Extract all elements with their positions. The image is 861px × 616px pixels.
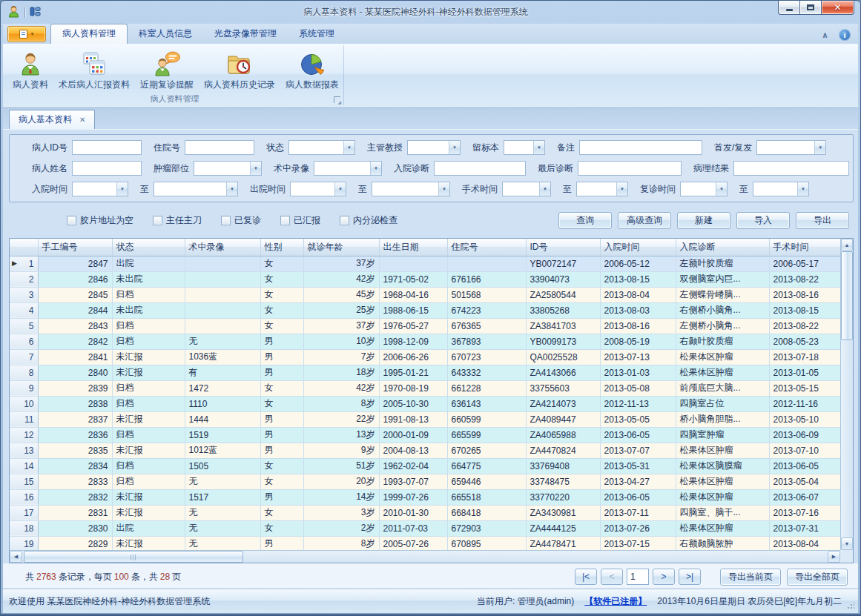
ribbon-tab-科室人员信息[interactable]: 科室人员信息 [128,24,203,44]
filter-combo-至[interactable]: ▼ [753,182,809,196]
filter-combo-主管教授[interactable]: ▼ [407,140,461,155]
dropdown-arrow-icon[interactable]: ▼ [539,182,550,196]
export-current-page-button[interactable]: 导出当前页 [720,569,781,586]
column-header-性别[interactable]: 性别 [260,239,303,256]
table-row[interactable]: 112837未汇报1444男22岁1991-08-13660599ZA40894… [10,411,840,427]
first-page-button[interactable]: |< [575,569,597,585]
dropdown-arrow-icon[interactable]: ▼ [116,182,128,196]
ribbon-tab-系统管理[interactable]: 系统管理 [288,24,346,44]
ribbon-button-术后病人汇报资料[interactable]: 术后病人汇报资料 [53,48,135,93]
table-row[interactable]: 62842归档无男10岁1998-12-09367893YB0099173200… [10,334,840,349]
checkbox-box-icon[interactable] [221,216,231,225]
filter-combo-至[interactable]: ▼ [154,182,238,196]
button-新建[interactable]: 新建 [677,212,730,229]
table-row[interactable]: ▶12847出院女37岁YB00721472006-05-12左额叶胶质瘤200… [10,256,840,271]
filter-combo-入院时间[interactable]: ▼ [72,182,128,196]
checkbox-已复诊[interactable]: 已复诊 [221,214,261,227]
tab-close-icon[interactable]: ✕ [79,116,85,124]
table-row[interactable]: 22846未出院女42岁1971-05-02676166339040732013… [10,271,840,287]
dropdown-arrow-icon[interactable]: ▼ [814,141,825,154]
checkbox-box-icon[interactable] [67,216,76,225]
table-row[interactable]: 182830出院无女2岁2011-07-03672903ZA4444125201… [10,520,840,536]
maximize-button[interactable] [799,1,821,15]
checkbox-胶片地址为空[interactable]: 胶片地址为空 [67,214,133,227]
scroll-down-icon[interactable]: ▼ [841,537,853,550]
application-menu-button[interactable]: ▼ [7,26,46,42]
dropdown-arrow-icon[interactable]: ▼ [616,182,627,196]
tab-patient-basic-data[interactable]: 病人基本资料 ✕ [9,110,95,129]
table-row[interactable]: 122836归档1519男13岁2000-01-09665599ZA406598… [10,427,840,443]
table-row[interactable]: 72841未汇报1036蓝男7岁2006-06-26670723QA002552… [10,349,840,365]
filter-combo-首发/复发[interactable]: ▼ [756,140,826,155]
dialog-launcher-icon[interactable] [334,96,340,103]
dropdown-arrow-icon[interactable]: ▼ [250,162,261,175]
filter-input-入院诊断[interactable] [434,161,526,176]
ribbon-button-病人资料[interactable]: 病人资料 [7,48,53,93]
filter-combo-留标本[interactable]: ▼ [504,140,545,155]
ribbon-button-近期复诊提醒[interactable]: 近期复诊提醒 [135,48,199,93]
column-header-就诊年龄[interactable]: 就诊年龄 [303,239,379,256]
column-header-入院诊断[interactable]: 入院诊断 [676,239,769,256]
table-row[interactable]: 192829未汇报无男8岁2005-07-26670895ZA447847120… [10,536,840,550]
info-icon[interactable]: i [839,29,851,41]
filter-input-最后诊断[interactable] [578,161,682,176]
filter-combo-状态[interactable]: ▼ [288,140,355,155]
app-logo-icon[interactable] [7,5,20,20]
minimize-button[interactable] [778,1,799,15]
layout-icon[interactable] [30,6,41,19]
dropdown-arrow-icon[interactable]: ▼ [226,182,237,196]
filter-input-备注[interactable] [579,140,702,155]
filter-input-病人姓名[interactable] [72,161,142,176]
table-row[interactable]: 92839归档1472女42岁1970-08-19661228337556032… [10,380,840,396]
ribbon-tab-光盘录像带管理[interactable]: 光盘录像带管理 [203,24,288,44]
filter-input-住院号[interactable] [185,140,254,155]
scroll-left-icon[interactable]: ◀ [10,551,22,563]
checkbox-box-icon[interactable] [280,216,290,225]
table-row[interactable]: 102838归档1110女8岁2005-10-30636143ZA4214073… [10,396,840,411]
filter-combo-至[interactable]: ▼ [576,182,628,196]
column-header-手工编号[interactable]: 手工编号 [38,239,112,256]
vertical-scrollbar[interactable]: ▲ ▼ [840,239,853,550]
filter-combo-至[interactable]: ▼ [372,182,450,196]
filter-input-病理结果[interactable] [733,161,849,176]
filter-combo-术中录像[interactable]: ▼ [314,161,382,176]
table-row[interactable]: 162832未汇报1517男14岁1999-07-266655183377022… [10,489,840,505]
dropdown-arrow-icon[interactable]: ▼ [449,141,460,154]
filter-combo-肿瘤部位[interactable]: ▼ [194,161,262,176]
column-header-状态[interactable]: 状态 [112,239,185,256]
table-row[interactable]: 82840未汇报有男18岁1995-01-21643332ZA414306620… [10,365,840,380]
column-header-出生日期[interactable]: 出生日期 [379,239,447,256]
button-查询[interactable]: 查询 [558,212,612,229]
collapse-ribbon-icon[interactable]: ∧ [822,30,828,40]
column-header-手术时间[interactable]: 手术时间 [769,239,840,256]
ribbon-tab-病人资料管理[interactable]: 病人资料管理 [50,24,128,44]
filter-input-病人ID号[interactable] [72,140,142,155]
checkbox-已汇报[interactable]: 已汇报 [280,214,320,227]
close-button[interactable]: ✕ [821,1,854,15]
page-number-input[interactable] [627,569,649,585]
checkbox-主任主刀[interactable]: 主任主刀 [153,214,202,227]
filter-combo-手术时间[interactable]: ▼ [502,182,551,196]
last-page-button[interactable]: >| [679,569,701,585]
dropdown-arrow-icon[interactable]: ▼ [334,182,346,196]
button-导入[interactable]: 导入 [736,212,790,229]
table-row[interactable]: 52843归档女37岁1976-05-27676365ZA38417032013… [10,318,840,334]
scroll-right-icon[interactable]: ▶ [828,551,840,563]
dropdown-arrow-icon[interactable]: ▼ [343,141,354,154]
table-row[interactable]: 142834归档1505女51岁1962-02-0466477533769408… [10,458,840,474]
checkbox-box-icon[interactable] [340,216,349,225]
filter-combo-复诊时间[interactable]: ▼ [680,182,728,196]
filter-combo-出院时间[interactable]: ▼ [290,182,346,196]
export-all-pages-button[interactable]: 导出全部页 [787,569,848,586]
horizontal-scroll-thumb[interactable] [24,551,243,563]
button-高级查询[interactable]: 高级查询 [618,212,671,229]
table-row[interactable]: 152833归档无女20岁1993-07-0765944633748475201… [10,474,840,489]
horizontal-scrollbar[interactable]: ◀ ▶ [10,550,840,563]
column-header-ID号[interactable]: ID号 [526,239,600,256]
column-header-入院时间[interactable]: 入院时间 [600,239,676,256]
ribbon-button-病人资料历史记录[interactable]: 病人资料历史记录 [199,48,280,93]
vertical-scroll-thumb[interactable] [841,251,853,340]
table-row[interactable]: 32845归档女45岁1968-04-16501568ZA25805442013… [10,287,840,302]
table-row[interactable]: 132835未汇报1012蓝男9岁2004-08-13670265ZA44708… [10,443,840,458]
checkbox-box-icon[interactable] [153,216,162,225]
